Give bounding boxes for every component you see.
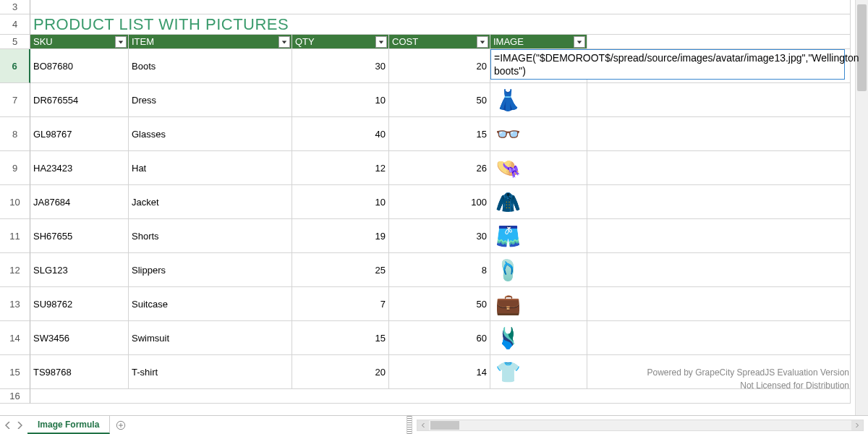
cell-image[interactable]: 👓 — [490, 117, 587, 150]
cell-sku[interactable]: JA87684 — [30, 185, 129, 218]
row-header-14[interactable]: 14 — [0, 321, 30, 355]
cell-image[interactable]: 👒 — [490, 151, 587, 184]
cell-image[interactable]: 💼 — [490, 287, 587, 320]
add-sheet-button[interactable] — [110, 416, 132, 434]
cell-item[interactable]: Boots — [129, 49, 292, 82]
row-header-13[interactable]: 13 — [0, 287, 30, 321]
sheet-tab-active[interactable]: Image Formula — [27, 416, 110, 434]
cell-cost[interactable]: 20 — [389, 49, 490, 82]
cell-item[interactable]: Glasses — [129, 117, 292, 150]
row-header-3[interactable]: 3 — [0, 0, 30, 14]
tab-nav-prev-icon[interactable] — [3, 417, 13, 433]
cell-cost[interactable]: 14 — [389, 355, 490, 388]
cell-item[interactable]: Dress — [129, 83, 292, 116]
cell-sku[interactable]: SW3456 — [30, 321, 129, 354]
col-header-qty[interactable]: QTY — [292, 35, 389, 48]
row-header-5[interactable]: 5 — [0, 35, 30, 49]
cell-qty[interactable]: 15 — [292, 321, 389, 354]
col-header-item[interactable]: ITEM — [129, 35, 292, 48]
vertical-scroll-thumb[interactable] — [857, 4, 867, 91]
cell-item[interactable]: Shorts — [129, 219, 292, 252]
row-header-9[interactable]: 9 — [0, 151, 30, 185]
grid-row-5: SKUITEMQTYCOSTIMAGE — [30, 35, 851, 49]
cost-filter-icon[interactable] — [477, 36, 488, 48]
grid-row-3 — [30, 0, 851, 14]
product-suitcase-icon: 💼 — [493, 289, 522, 318]
sku-filter-icon[interactable] — [115, 36, 127, 48]
grid-row-14: SW3456Swimsuit1560🩱 — [30, 321, 851, 355]
row-header-4[interactable]: 4 — [0, 14, 30, 35]
cell-qty[interactable]: 20 — [292, 355, 389, 388]
cell-item[interactable]: T-shirt — [129, 355, 292, 388]
cell-image[interactable]: 👕 — [490, 355, 587, 388]
cell-image[interactable]: 🩱 — [490, 321, 587, 354]
grid-row-7: DR676554Dress1050👗 — [30, 83, 851, 117]
grid-row-11: SH67655Shorts1930🩳 — [30, 219, 851, 253]
product-tshirt-icon: 👕 — [493, 357, 522, 386]
cell-item[interactable]: Hat — [129, 151, 292, 184]
grid-row-13: SU98762Suitcase750💼 — [30, 287, 851, 321]
grid-row-15: TS98768T-shirt2014👕 — [30, 355, 851, 389]
tab-nav-next-icon[interactable] — [14, 417, 25, 433]
cell-sku[interactable]: SLG123 — [30, 253, 129, 286]
cell-sku[interactable]: TS98768 — [30, 355, 129, 388]
cell-qty[interactable]: 19 — [292, 219, 389, 252]
row-header-10[interactable]: 10 — [0, 185, 30, 219]
cell-item[interactable]: Swimsuit — [129, 321, 292, 354]
hscroll-left-icon[interactable] — [417, 420, 429, 430]
hscroll-right-icon[interactable] — [851, 420, 863, 430]
row-header-8[interactable]: 8 — [0, 117, 30, 151]
grid-row-16 — [30, 389, 851, 404]
row-header-12[interactable]: 12 — [0, 253, 30, 287]
cell-qty[interactable]: 25 — [292, 253, 389, 286]
image-filter-icon[interactable] — [574, 36, 585, 48]
cell-sku[interactable]: SH67655 — [30, 219, 129, 252]
cell-item[interactable]: Slippers — [129, 253, 292, 286]
cell-qty[interactable]: 7 — [292, 287, 389, 320]
cell-sku[interactable]: SU98762 — [30, 287, 129, 320]
cell-cost[interactable]: 100 — [389, 185, 490, 218]
cell-image[interactable]: 🩴 — [490, 253, 587, 286]
horizontal-scrollbar[interactable] — [417, 420, 864, 431]
item-filter-icon[interactable] — [278, 36, 290, 48]
cell-image[interactable]: 👗 — [490, 83, 587, 116]
page-title: PRODUCT LIST WITH PICTURES — [30, 14, 851, 34]
cell-cost[interactable]: 50 — [389, 287, 490, 320]
horizontal-scroll-thumb[interactable] — [430, 421, 459, 430]
formula-text: =IMAGE("$DEMOROOT$/spread/source/images/… — [494, 52, 859, 77]
cell-sku[interactable]: GL98767 — [30, 117, 129, 150]
cell-qty[interactable]: 12 — [292, 151, 389, 184]
cell-cost[interactable]: 60 — [389, 321, 490, 354]
row-header-6[interactable]: 6 — [0, 49, 30, 83]
row-header-11[interactable]: 11 — [0, 219, 30, 253]
cell-cost[interactable]: 30 — [389, 219, 490, 252]
cell-sku[interactable]: BO87680 — [30, 49, 129, 82]
cell-qty[interactable]: 10 — [292, 185, 389, 218]
cell-cost[interactable]: 26 — [389, 151, 490, 184]
col-header-image[interactable]: IMAGE — [490, 35, 587, 48]
spreadsheet-grid[interactable]: 345678910111213141516 PRODUCT LIST WITH … — [0, 0, 868, 415]
cell-cost[interactable]: 50 — [389, 83, 490, 116]
tab-splitter[interactable] — [407, 416, 412, 434]
cell-image[interactable]: 🧥 — [490, 185, 587, 218]
col-header-sku[interactable]: SKU — [30, 35, 129, 48]
cell-qty[interactable]: 10 — [292, 83, 389, 116]
cell-item[interactable]: Suitcase — [129, 287, 292, 320]
grid-row-9: HA23423Hat1226👒 — [30, 151, 851, 185]
row-header-15[interactable]: 15 — [0, 355, 30, 389]
cell-image[interactable]: 🩳 — [490, 219, 587, 252]
cell-sku[interactable]: DR676554 — [30, 83, 129, 116]
cell-item[interactable]: Jacket — [129, 185, 292, 218]
cell-cost[interactable]: 8 — [389, 253, 490, 286]
cell-qty[interactable]: 30 — [292, 49, 389, 82]
qty-filter-icon[interactable] — [375, 36, 387, 48]
formula-edit-overlay[interactable]: =IMAGE("$DEMOROOT$/spread/source/images/… — [490, 49, 845, 80]
cell-qty[interactable]: 40 — [292, 117, 389, 150]
cell-sku[interactable]: HA23423 — [30, 151, 129, 184]
row-header-7[interactable]: 7 — [0, 83, 30, 117]
cell-cost[interactable]: 15 — [389, 117, 490, 150]
col-header-cost[interactable]: COST — [389, 35, 490, 48]
row-header-16[interactable]: 16 — [0, 389, 30, 404]
grid-row-12: SLG123Slippers258🩴 — [30, 253, 851, 287]
product-swimsuit-icon: 🩱 — [493, 323, 522, 352]
